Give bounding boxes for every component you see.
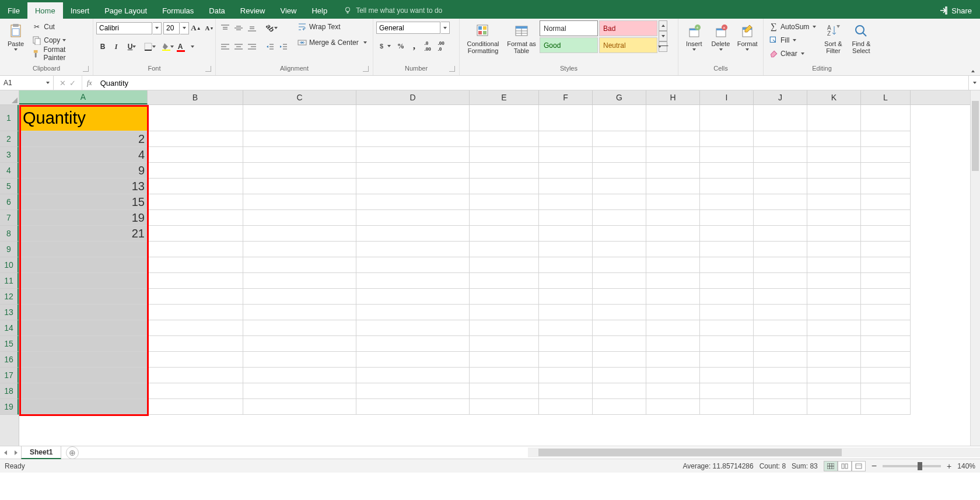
cell-L9[interactable] — [861, 242, 911, 257]
row-header-16[interactable]: 16 — [0, 352, 19, 368]
accounting-format-button[interactable]: $ — [376, 40, 394, 53]
clear-button[interactable]: Clear — [766, 47, 818, 60]
column-header-C[interactable]: C — [243, 90, 356, 104]
cell-E15[interactable] — [470, 336, 539, 352]
insert-cells-button[interactable]: + Insert — [681, 20, 707, 53]
collapse-ribbon-button[interactable] — [968, 67, 978, 76]
cell-H2[interactable] — [646, 131, 700, 147]
cell-E11[interactable] — [470, 273, 539, 289]
row-header-15[interactable]: 15 — [0, 336, 19, 352]
cell-A12[interactable] — [19, 289, 148, 305]
cell-L4[interactable] — [861, 163, 911, 179]
cell-A11[interactable] — [19, 273, 148, 289]
sheet-nav-next[interactable] — [10, 447, 21, 458]
cell-D6[interactable] — [356, 194, 470, 210]
cell-G6[interactable] — [593, 194, 646, 210]
number-launcher[interactable] — [449, 66, 455, 72]
style-normal[interactable]: Normal — [540, 20, 598, 36]
cell-B2[interactable] — [148, 131, 243, 147]
sort-filter-button[interactable]: AZ Sort & Filter — [820, 20, 846, 57]
fill-button[interactable]: Fill — [766, 34, 818, 46]
cell-E13[interactable] — [470, 305, 539, 320]
cell-B18[interactable] — [148, 383, 243, 399]
cell-A7[interactable]: 19 — [19, 210, 148, 226]
cell-C10[interactable] — [243, 257, 356, 273]
cell-H16[interactable] — [646, 352, 700, 368]
cell-F10[interactable] — [539, 257, 593, 273]
cell-F19[interactable] — [539, 399, 593, 415]
tab-file[interactable]: File — [0, 2, 27, 19]
add-sheet-button[interactable]: ⊕ — [66, 446, 79, 459]
cell-D4[interactable] — [356, 163, 470, 179]
cell-K14[interactable] — [807, 320, 861, 336]
paste-button[interactable]: Paste — [3, 20, 29, 53]
row-header-2[interactable]: 2 — [0, 131, 19, 147]
cell-C9[interactable] — [243, 242, 356, 257]
row-header-4[interactable]: 4 — [0, 163, 19, 179]
view-normal-button[interactable] — [824, 461, 838, 471]
cell-L19[interactable] — [861, 399, 911, 415]
merge-center-button[interactable]: Merge & Center — [295, 36, 369, 48]
cell-B10[interactable] — [148, 257, 243, 273]
cell-D1[interactable] — [356, 105, 470, 131]
cell-F8[interactable] — [539, 226, 593, 242]
cell-D15[interactable] — [356, 336, 470, 352]
cell-I12[interactable] — [700, 289, 754, 305]
cell-I16[interactable] — [700, 352, 754, 368]
cell-G13[interactable] — [593, 305, 646, 320]
cell-F9[interactable] — [539, 242, 593, 257]
cell-H19[interactable] — [646, 399, 700, 415]
row-header-12[interactable]: 12 — [0, 289, 19, 305]
tab-view[interactable]: View — [272, 2, 304, 19]
increase-font-button[interactable]: A▲ — [190, 22, 202, 34]
cell-E10[interactable] — [470, 257, 539, 273]
sheet-nav-prev[interactable] — [0, 447, 10, 458]
cell-J15[interactable] — [754, 336, 807, 352]
cancel-formula-button[interactable]: ✕ — [60, 79, 66, 88]
cell-B19[interactable] — [148, 399, 243, 415]
cell-E12[interactable] — [470, 289, 539, 305]
cell-K1[interactable] — [807, 105, 861, 131]
cell-C4[interactable] — [243, 163, 356, 179]
cell-I18[interactable] — [700, 383, 754, 399]
column-header-E[interactable]: E — [470, 90, 539, 104]
cell-J19[interactable] — [754, 399, 807, 415]
cell-B15[interactable] — [148, 336, 243, 352]
cell-L14[interactable] — [861, 320, 911, 336]
cell-I3[interactable] — [700, 147, 754, 163]
cell-B16[interactable] — [148, 352, 243, 368]
cell-C17[interactable] — [243, 368, 356, 383]
cell-G7[interactable] — [593, 210, 646, 226]
cell-D8[interactable] — [356, 226, 470, 242]
align-top-button[interactable] — [219, 22, 232, 34]
align-bottom-button[interactable] — [246, 22, 258, 34]
cell-E3[interactable] — [470, 147, 539, 163]
font-name-dropdown[interactable] — [153, 22, 162, 34]
style-bad[interactable]: Bad — [599, 20, 657, 36]
cell-L6[interactable] — [861, 194, 911, 210]
cell-G5[interactable] — [593, 179, 646, 194]
row-header-14[interactable]: 14 — [0, 320, 19, 336]
cell-L1[interactable] — [861, 105, 911, 131]
row-header-8[interactable]: 8 — [0, 226, 19, 242]
percent-format-button[interactable]: % — [394, 40, 407, 53]
cell-A16[interactable] — [19, 352, 148, 368]
cell-G2[interactable] — [593, 131, 646, 147]
font-color-button[interactable]: A — [177, 40, 195, 53]
cell-C14[interactable] — [243, 320, 356, 336]
cut-button[interactable]: ✂ Cut — [30, 20, 90, 33]
cell-B6[interactable] — [148, 194, 243, 210]
cell-G4[interactable] — [593, 163, 646, 179]
cell-G9[interactable] — [593, 242, 646, 257]
cell-H17[interactable] — [646, 368, 700, 383]
cell-L15[interactable] — [861, 336, 911, 352]
cell-F5[interactable] — [539, 179, 593, 194]
cell-J13[interactable] — [754, 305, 807, 320]
cell-F18[interactable] — [539, 383, 593, 399]
cell-C19[interactable] — [243, 399, 356, 415]
alignment-launcher[interactable] — [363, 66, 369, 72]
font-launcher[interactable] — [205, 66, 211, 72]
cell-F13[interactable] — [539, 305, 593, 320]
row-header-13[interactable]: 13 — [0, 305, 19, 320]
cell-I11[interactable] — [700, 273, 754, 289]
